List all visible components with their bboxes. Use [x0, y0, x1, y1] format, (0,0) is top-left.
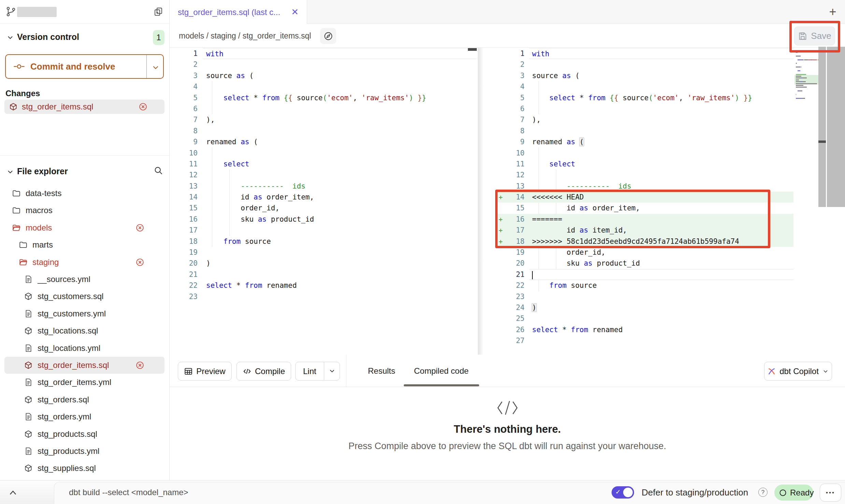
code-line[interactable]: 19 order_id, — [497, 247, 793, 258]
file-item[interactable]: stg_products.yml — [0, 443, 170, 460]
commit-dropdown-chevron-icon[interactable] — [151, 63, 160, 72]
changed-file-item[interactable]: stg_order_items.sql — [4, 100, 164, 114]
code-line[interactable]: 17 — [173, 225, 476, 236]
defer-toggle[interactable]: ✓ — [612, 486, 634, 499]
code-line[interactable]: 9renamed as ( — [173, 136, 476, 147]
file-item[interactable]: __sources.yml — [0, 271, 170, 288]
code-line[interactable]: 8 — [497, 125, 793, 136]
code-line[interactable]: 4 — [173, 81, 476, 92]
tab-stg-order-items[interactable]: stg_order_items.sql (last c... ✕ — [170, 0, 307, 24]
scrollbar-track-outer[interactable] — [827, 47, 845, 207]
help-icon[interactable]: ? — [758, 488, 768, 497]
tab-close-icon[interactable]: ✕ — [291, 7, 299, 17]
tab-results[interactable]: Results — [368, 355, 395, 387]
code-line[interactable]: 23 — [173, 291, 476, 302]
code-line[interactable]: 21 — [173, 269, 476, 280]
code-line[interactable]: 8 — [173, 125, 476, 136]
code-line[interactable]: 10 — [497, 148, 793, 159]
file-item[interactable]: stg_products.sql — [0, 426, 170, 443]
code-line[interactable]: 15 order_id, — [173, 203, 476, 213]
code-line[interactable]: 7), — [173, 114, 476, 125]
code-line[interactable]: 10 — [173, 148, 476, 159]
code-line[interactable]: 23 — [497, 291, 793, 302]
code-line[interactable]: 20 sku as product_id — [497, 258, 793, 269]
commit-and-resolve-button[interactable]: Commit and resolve — [5, 54, 164, 79]
file-item[interactable]: stg_customers.sql — [0, 288, 170, 305]
save-button[interactable]: Save — [794, 27, 835, 45]
code-line[interactable]: 24) — [497, 302, 793, 313]
revert-file-icon[interactable] — [135, 258, 144, 267]
code-line[interactable]: 19 — [173, 247, 476, 258]
code-line[interactable]: 5 select * from {{ source('ecom', 'raw_i… — [497, 92, 793, 103]
file-item[interactable]: models — [0, 219, 170, 236]
code-line[interactable]: 3source as ( — [497, 70, 793, 81]
navigate-button[interactable] — [320, 28, 336, 44]
code-line[interactable]: 25 — [497, 313, 793, 324]
code-line[interactable]: 2 — [173, 59, 476, 70]
code-line[interactable]: 1with — [173, 48, 476, 59]
code-line[interactable]: 14 id as order_item, — [173, 192, 476, 203]
scrollbar-thumb[interactable] — [818, 140, 826, 143]
file-item[interactable]: stg_orders.sql — [0, 391, 170, 408]
code-line[interactable]: 27 — [497, 335, 793, 346]
file-item[interactable]: stg_order_items.sql — [4, 357, 164, 374]
code-line[interactable]: 16 sku as product_id — [173, 214, 476, 225]
revert-file-icon[interactable] — [135, 361, 144, 370]
more-options-button[interactable]: ••• — [820, 484, 841, 502]
dbt-copilot-button[interactable]: dbt Copilot — [764, 362, 832, 381]
code-editor-last-commit[interactable]: 1with23source as (45 select * from {{ so… — [173, 48, 476, 302]
file-item[interactable]: stg_locations.yml — [0, 340, 170, 357]
scrollbar-thumb[interactable] — [468, 48, 477, 51]
code-line[interactable]: 13 ---------- ids — [173, 181, 476, 192]
code-editor-working-copy[interactable]: 1with23source as (45 select * from {{ so… — [497, 48, 793, 346]
chevron-down-icon[interactable] — [6, 168, 14, 176]
code-line[interactable]: 2 — [497, 59, 793, 70]
revert-file-icon[interactable] — [139, 102, 147, 111]
code-line[interactable]: 21 — [497, 269, 793, 280]
code-line[interactable]: +18>>>>>>> 58c1dd23d5eebd9cd2495fa7124ab… — [497, 236, 793, 247]
code-line[interactable]: 18 from source — [173, 236, 476, 247]
code-line[interactable]: 11 select — [497, 159, 793, 169]
file-item[interactable]: staging — [0, 254, 170, 271]
file-item[interactable]: stg_customers.yml — [0, 305, 170, 322]
scrollbar-track[interactable] — [818, 47, 826, 207]
tab-compiled-code[interactable]: Compiled code — [414, 355, 469, 387]
code-line[interactable]: 6 — [497, 103, 793, 114]
code-line[interactable]: 5 select * from {{ source('ecom', 'raw_i… — [173, 92, 476, 103]
code-line[interactable]: 3source as ( — [173, 70, 476, 81]
lint-button[interactable]: Lint — [295, 362, 340, 381]
new-tab-button[interactable]: + — [824, 3, 841, 20]
code-line[interactable]: +16======= — [497, 214, 793, 225]
code-line[interactable]: 15 id as order_item, — [497, 203, 793, 213]
code-line[interactable]: 1with — [497, 48, 793, 59]
lint-dropdown-chevron-icon[interactable] — [328, 367, 336, 375]
code-line[interactable]: +14<<<<<<< HEAD — [497, 192, 793, 203]
file-item[interactable]: stg_locations.sql — [0, 322, 170, 339]
copy-icon[interactable] — [154, 7, 163, 16]
code-line[interactable]: 20) — [173, 258, 476, 269]
code-line[interactable]: 9renamed as ( — [497, 136, 793, 147]
code-line[interactable]: 13 ---------- ids — [497, 181, 793, 192]
code-line[interactable]: 12 — [497, 169, 793, 180]
file-item[interactable]: marts — [0, 236, 170, 253]
code-line[interactable]: 26select * from renamed — [497, 324, 793, 335]
file-item[interactable]: data-tests — [0, 185, 170, 202]
code-line[interactable]: 12 — [173, 169, 476, 180]
code-line[interactable]: 6 — [173, 103, 476, 114]
file-item[interactable]: macros — [0, 202, 170, 219]
search-icon[interactable] — [154, 166, 163, 175]
code-line[interactable]: 4 — [497, 81, 793, 92]
minimap[interactable] — [796, 52, 818, 102]
file-item[interactable]: stg_supplies.sql — [0, 460, 170, 477]
code-line[interactable]: 22select * from renamed — [173, 280, 476, 291]
code-line[interactable]: +17 id as item_id, — [497, 225, 793, 236]
expand-chevron-up-icon[interactable] — [8, 489, 18, 497]
revert-file-icon[interactable] — [135, 223, 144, 232]
chevron-down-icon[interactable] — [6, 33, 14, 42]
code-line[interactable]: 7), — [497, 114, 793, 125]
code-line[interactable]: 22 from source — [497, 280, 793, 291]
file-item[interactable]: stg_orders.yml — [0, 408, 170, 425]
compile-button[interactable]: Compile — [237, 362, 291, 381]
preview-button[interactable]: Preview — [178, 362, 232, 381]
code-line[interactable]: 11 select — [173, 159, 476, 169]
